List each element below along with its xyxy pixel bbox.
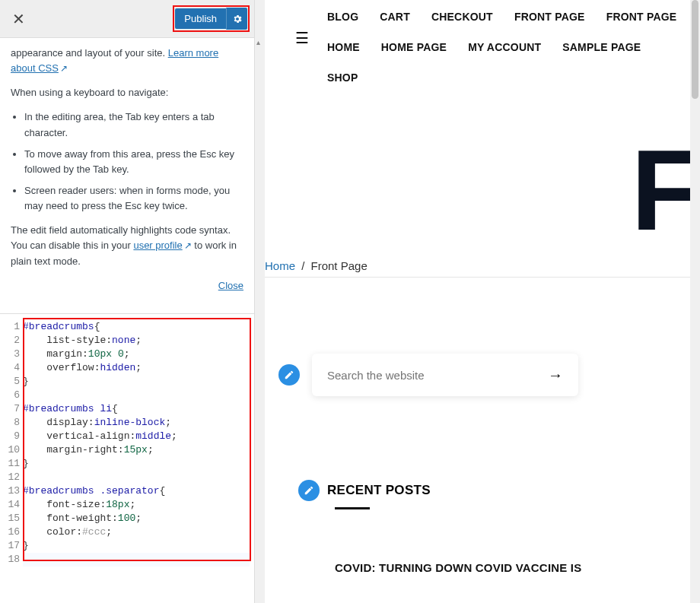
kb-heading: When using a keyboard to navigate: xyxy=(11,85,243,100)
recent-posts: RECENT POSTS COVID: TURNING DOWN COVID V… xyxy=(265,480,700,574)
code-line[interactable]: font-weight:100; xyxy=(23,512,250,525)
code-line[interactable]: overflow:hidden; xyxy=(23,361,250,375)
recent-post-title[interactable]: COVID: TURNING DOWN COVID VACCINE IS xyxy=(335,561,700,574)
help-intro: appearance and layout of your site. xyxy=(11,47,168,59)
code-line[interactable] xyxy=(23,471,250,484)
preview-scrollbar[interactable] xyxy=(690,0,700,603)
help-bullet: Screen reader users: when in forms mode,… xyxy=(24,183,243,214)
publish-highlight: Publish xyxy=(173,5,250,32)
code-line[interactable]: display:inline-block; xyxy=(23,416,250,430)
help-bullet: In the editing area, the Tab key enters … xyxy=(24,109,243,140)
external-icon: ↗ xyxy=(60,62,68,76)
code-line[interactable]: } xyxy=(23,375,250,389)
nav-links: BLOGCARTCHECKOUTFRONT PAGEFRONT PAGEHOME… xyxy=(327,11,685,84)
breadcrumb-home[interactable]: Home xyxy=(265,259,295,272)
breadcrumb-current: Front Page xyxy=(311,259,368,272)
line-gutter: 123456789101112131415161718 xyxy=(0,320,23,603)
hamburger-icon[interactable]: ☰ xyxy=(295,29,309,47)
hero-curve xyxy=(265,90,700,128)
nav-link[interactable]: CART xyxy=(380,11,410,23)
code-line[interactable]: #breadcrumbs .separator{ xyxy=(23,484,250,498)
code-line[interactable]: margin:10px 0; xyxy=(23,348,250,361)
arrow-right-icon[interactable]: → xyxy=(548,367,563,384)
hero: F xyxy=(265,90,700,246)
code-line[interactable]: vertical-align:middle; xyxy=(23,430,250,443)
site-preview: ☰ BLOGCARTCHECKOUTFRONT PAGEFRONT PAGEHO… xyxy=(265,0,700,603)
breadcrumb: Home / Front Page xyxy=(265,246,700,278)
nav-link[interactable]: SHOP xyxy=(327,71,358,84)
code-line[interactable]: } xyxy=(23,539,250,553)
code-line[interactable]: list-style:none; xyxy=(23,334,250,348)
breadcrumb-sep: / xyxy=(301,259,304,272)
customizer-panel: ✕ Publish appearance and layout of your … xyxy=(0,0,255,603)
code-line[interactable] xyxy=(23,389,250,402)
help-text: appearance and layout of your site. Lear… xyxy=(0,38,254,313)
user-profile-link[interactable]: user profile xyxy=(133,240,182,251)
css-editor[interactable]: 123456789101112131415161718 #breadcrumbs… xyxy=(0,313,254,603)
code-line[interactable]: color:#ccc; xyxy=(23,525,250,539)
close-icon[interactable]: ✕ xyxy=(5,5,32,33)
search-box: → xyxy=(312,354,578,396)
help-bullet: To move away from this area, press the E… xyxy=(24,147,243,177)
help-list: In the editing area, the Tab key enters … xyxy=(11,109,243,214)
nav-link[interactable]: SAMPLE PAGE xyxy=(562,41,641,53)
nav-link[interactable]: FRONT PAGE xyxy=(606,11,677,23)
nav-link[interactable]: BLOG xyxy=(327,11,358,23)
code-line[interactable]: } xyxy=(23,457,250,471)
panel-scroll-rail[interactable]: ▴ xyxy=(255,0,265,603)
gear-icon[interactable] xyxy=(226,8,247,30)
code-line[interactable] xyxy=(23,553,250,567)
close-link[interactable]: Close xyxy=(218,280,243,291)
nav-link[interactable]: CHECKOUT xyxy=(431,11,493,23)
recent-heading: RECENT POSTS xyxy=(327,483,431,498)
scrollbar-thumb[interactable] xyxy=(692,0,698,99)
code-line[interactable]: font-size:18px; xyxy=(23,498,250,512)
search-block: → xyxy=(265,354,700,396)
nav-link[interactable]: MY ACCOUNT xyxy=(468,41,541,53)
heading-underline xyxy=(335,507,370,509)
code-line[interactable]: margin-right:15px; xyxy=(23,443,250,457)
site-nav: ☰ BLOGCARTCHECKOUTFRONT PAGEFRONT PAGEHO… xyxy=(265,0,700,90)
pencil-icon[interactable] xyxy=(278,364,300,386)
external-icon: ↗ xyxy=(184,239,192,253)
panel-toolbar: ✕ Publish xyxy=(0,0,254,38)
pencil-icon[interactable] xyxy=(298,480,320,501)
code-line[interactable]: #breadcrumbs li{ xyxy=(23,402,250,416)
search-input[interactable] xyxy=(327,369,548,382)
chevron-up-icon: ▴ xyxy=(256,38,260,46)
code-area[interactable]: #breadcrumbs{ list-style:none; margin:10… xyxy=(23,320,254,603)
nav-link[interactable]: HOME PAGE xyxy=(381,41,447,53)
publish-button[interactable]: Publish xyxy=(175,8,226,29)
nav-link[interactable]: HOME xyxy=(327,41,360,53)
nav-link[interactable]: FRONT PAGE xyxy=(514,11,585,23)
code-line[interactable]: #breadcrumbs{ xyxy=(23,320,250,334)
